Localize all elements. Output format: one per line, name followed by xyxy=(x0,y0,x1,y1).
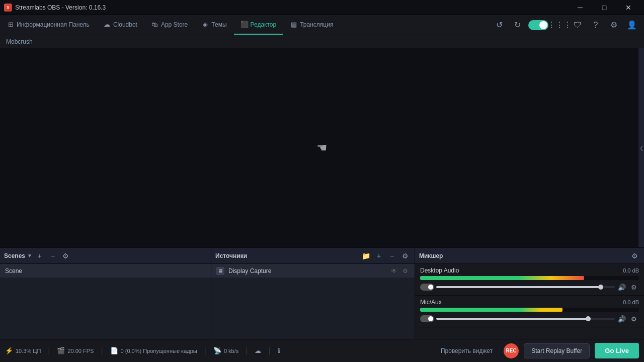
cpu-value: 10.3% ЦП xyxy=(16,348,41,354)
info-icon: ℹ xyxy=(278,347,280,354)
scenes-settings-button[interactable]: ⚙ xyxy=(60,250,71,261)
cloudbot-icon: ☁ xyxy=(104,21,111,28)
scene-item[interactable]: Scene xyxy=(0,264,211,278)
dropped-value: 0 (0.0%) Пропущенные кадры xyxy=(121,348,197,354)
status-divider-4: | xyxy=(246,346,248,355)
nav-item-cloudbot[interactable]: ☁ Cloudbot xyxy=(97,15,144,35)
mixer-bar-desktop xyxy=(420,276,639,280)
mixer-toggle-mic[interactable] xyxy=(420,315,434,322)
nav-left: ⊞ Информационная Панель ☁ Cloudbot 🛍 App… xyxy=(0,15,340,35)
app-title: Streamlabs OBS - Version: 0.16.3 xyxy=(15,4,106,11)
scene-item-label: Scene xyxy=(5,267,22,275)
nav-label-themes: Темы xyxy=(211,21,226,28)
scenes-add-button[interactable]: + xyxy=(34,250,45,261)
go-live-button[interactable]: Go Live xyxy=(595,343,639,358)
scenes-list: Scene xyxy=(0,264,211,339)
dashboard-icon: ⊞ xyxy=(7,21,14,28)
mixer-bar-fill-mic xyxy=(420,308,562,312)
undo-button[interactable]: ↺ xyxy=(492,18,506,32)
source-item[interactable]: 🖥 Display Capture 👁 ⚙ xyxy=(211,264,415,278)
maximize-button[interactable]: □ xyxy=(593,0,616,15)
mixer-channel-settings-mic[interactable]: ⚙ xyxy=(629,314,639,324)
mixer-channel-desktop: Desktop Audio 0.0 dB 🔊 ⚙ xyxy=(415,264,644,296)
statusbar: ⚡ 10.3% ЦП | 🎬 20.00 FPS | 📄 0 (0.0%) Пр… xyxy=(0,339,644,362)
mixer-channel-mic: Mic/Aux 0.0 dB 🔊 ⚙ xyxy=(415,296,644,327)
breadcrumb: Mobcrush xyxy=(0,35,644,48)
profile-icon[interactable]: 👤 xyxy=(625,18,639,32)
nav-item-appstore[interactable]: 🛍 App Store xyxy=(144,15,195,35)
sources-settings-button[interactable]: ⚙ xyxy=(399,250,411,261)
minimize-button[interactable]: ─ xyxy=(569,0,592,15)
status-dropped: 📄 0 (0.0%) Пропущенные кадры xyxy=(110,347,197,354)
mixer-bar-mic xyxy=(420,308,639,312)
cursor-icon: ☚ xyxy=(316,141,328,155)
themes-icon: ◈ xyxy=(202,21,209,28)
status-info[interactable]: ℹ xyxy=(278,347,280,354)
titlebar-left: S Streamlabs OBS - Version: 0.16.3 xyxy=(4,4,106,12)
mixer-settings-button[interactable]: ⚙ xyxy=(629,250,640,261)
fps-icon: 🎬 xyxy=(57,347,65,354)
nav-label-dashboard: Информационная Панель xyxy=(17,21,90,28)
mixer-controls-desktop: 🔊 ⚙ xyxy=(420,282,639,292)
source-eye-icon[interactable]: 👁 xyxy=(389,266,398,276)
mixer-bar-fill-desktop xyxy=(420,276,584,280)
nav-item-dashboard[interactable]: ⊞ Информационная Панель xyxy=(0,15,97,35)
check-widget-button[interactable]: Проверить виджет xyxy=(435,344,499,357)
preview-area: ☚ xyxy=(0,48,644,247)
mixer-mute-mic[interactable]: 🔊 xyxy=(617,314,627,324)
scenes-dropdown-arrow[interactable]: ▼ xyxy=(27,253,32,258)
shield-icon[interactable]: 🛡 xyxy=(571,18,585,32)
sources-panel: Источники 📁 + − ⚙ 🖥 Display Capture 👁 ⚙ xyxy=(211,248,415,339)
mixer-channel-desktop-db: 0.0 dB xyxy=(623,267,639,274)
sources-remove-button[interactable]: − xyxy=(386,250,397,261)
nav-label-editor: Редактор xyxy=(251,21,277,28)
broadcast-icon: ▤ xyxy=(290,21,297,28)
nav-item-themes[interactable]: ◈ Темы xyxy=(195,15,233,35)
status-divider-3: | xyxy=(204,346,206,355)
redo-button[interactable]: ↻ xyxy=(510,18,524,32)
mixer-title: Микшер xyxy=(419,252,629,259)
cloud-icon: ☁ xyxy=(255,347,261,354)
scenes-remove-button[interactable]: − xyxy=(47,250,58,261)
replay-buffer-button[interactable]: Start Replay Buffer xyxy=(524,343,590,358)
fps-value: 20.00 FPS xyxy=(67,348,94,354)
help-icon[interactable]: ? xyxy=(589,18,603,32)
network-value: 0 kb/s xyxy=(224,348,238,354)
mixer-channel-desktop-name: Desktop Audio xyxy=(420,267,459,274)
columns-icon[interactable]: ⋮⋮⋮ xyxy=(552,18,567,32)
mixer-slider-mic[interactable] xyxy=(436,318,615,320)
mixer-channel-settings-desktop[interactable]: ⚙ xyxy=(629,282,639,292)
nav-item-editor[interactable]: ⬛ Редактор xyxy=(234,15,284,35)
source-lock-icon[interactable]: ⚙ xyxy=(400,266,410,276)
scenes-title: Scenes xyxy=(4,252,25,259)
titlebar: S Streamlabs OBS - Version: 0.16.3 ─ □ ✕ xyxy=(0,0,644,15)
appstore-icon: 🛍 xyxy=(151,21,158,28)
status-divider-2: | xyxy=(101,346,103,355)
theme-toggle[interactable] xyxy=(528,20,548,30)
rec-button[interactable]: REC xyxy=(504,343,519,358)
scenes-panel: Scenes ▼ + − ⚙ Scene xyxy=(0,248,211,339)
statusbar-right: Проверить виджет REC Start Replay Buffer… xyxy=(435,343,639,358)
editor-icon: ⬛ xyxy=(241,21,248,28)
mixer-slider-fill-desktop xyxy=(436,286,601,288)
nav-label-cloudbot: Cloudbot xyxy=(113,21,137,28)
statusbar-left: ⚡ 10.3% ЦП | 🎬 20.00 FPS | 📄 0 (0.0%) Пр… xyxy=(5,346,280,355)
mixer-mute-desktop[interactable]: 🔊 xyxy=(617,282,627,292)
dropped-icon: 📄 xyxy=(110,347,118,354)
right-collapse-handle[interactable]: ❮ xyxy=(638,48,644,247)
mixer-toggle-desktop[interactable] xyxy=(420,284,434,291)
nav-item-broadcast[interactable]: ▤ Трансляция xyxy=(283,15,340,35)
mixer-channel-desktop-header: Desktop Audio 0.0 dB xyxy=(420,267,639,274)
close-button[interactable]: ✕ xyxy=(617,0,640,15)
nav-label-appstore: App Store xyxy=(161,21,188,28)
sources-add-button[interactable]: + xyxy=(373,250,384,261)
sources-folder-button[interactable]: 📁 xyxy=(360,250,371,261)
breadcrumb-text: Mobcrush xyxy=(6,38,33,45)
mixer-slider-desktop[interactable] xyxy=(436,286,615,288)
status-fps: 🎬 20.00 FPS xyxy=(57,347,94,354)
settings-icon[interactable]: ⚙ xyxy=(607,18,621,32)
status-cloud: ☁ xyxy=(255,347,261,354)
scenes-panel-header: Scenes ▼ + − ⚙ xyxy=(0,248,211,264)
rec-label: REC xyxy=(506,348,517,353)
bottom-panel: Scenes ▼ + − ⚙ Scene Источники 📁 + − ⚙ 🖥… xyxy=(0,247,644,339)
